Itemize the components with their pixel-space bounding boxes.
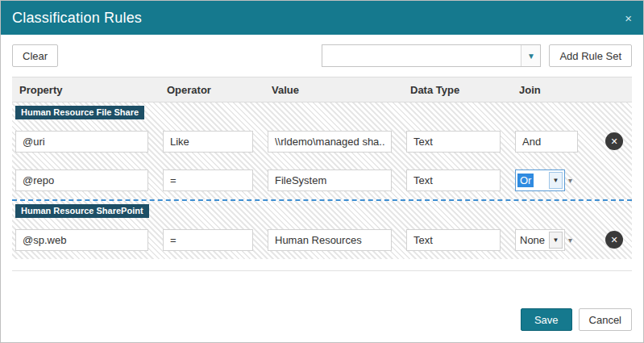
data-type-field[interactable] xyxy=(406,131,501,153)
group-header: Human Resource SharePoint xyxy=(12,201,632,220)
data-type-field[interactable] xyxy=(406,169,501,191)
add-rule-set-button[interactable]: Add Rule Set xyxy=(549,44,632,67)
table-row: None ▼ ▾ ✕ xyxy=(12,220,632,259)
property-field[interactable] xyxy=(15,169,148,191)
group-badge: Human Resource SharePoint xyxy=(15,204,149,218)
delete-circle-icon: ✕ xyxy=(610,235,617,245)
data-type-field[interactable] xyxy=(406,229,501,251)
join-select[interactable]: None ▼ xyxy=(515,229,565,251)
join-selected-value: None xyxy=(516,234,549,246)
rules-table: Property Operator Value Data Type Join H… xyxy=(12,77,632,259)
chevron-down-icon[interactable]: ▼ xyxy=(549,172,563,189)
footer-divider xyxy=(12,270,632,271)
classification-rules-dialog: Classification Rules × Clear ▼ Add Rule … xyxy=(0,0,644,343)
operator-field[interactable] xyxy=(163,229,253,251)
delete-rule-button[interactable]: ✕ xyxy=(605,231,623,249)
delete-circle-icon: ✕ xyxy=(610,136,617,146)
table-header-row: Property Operator Value Data Type Join xyxy=(12,77,632,102)
chevron-down-icon[interactable]: ▾ xyxy=(568,236,572,245)
chevron-down-icon: ▼ xyxy=(527,52,535,61)
chevron-down-icon[interactable]: ▼ xyxy=(549,232,563,249)
rule-group-file-share: Human Resource File Share ✕ xyxy=(12,102,632,199)
value-field[interactable] xyxy=(268,169,392,191)
join-select[interactable]: Or ▼ xyxy=(515,169,565,191)
dialog-title: Classification Rules xyxy=(12,10,142,27)
table-row: Or ▼ ▾ xyxy=(12,161,632,199)
table-row: ✕ xyxy=(12,122,632,161)
group-header: Human Resource File Share xyxy=(12,102,632,122)
chevron-down-icon[interactable]: ▾ xyxy=(568,176,572,185)
property-field[interactable] xyxy=(15,131,148,153)
clear-button[interactable]: Clear xyxy=(12,44,58,67)
column-header-data-type: Data Type xyxy=(403,84,512,96)
column-header-property: Property xyxy=(12,84,160,96)
toolbar: Clear ▼ Add Rule Set xyxy=(12,44,632,67)
column-header-operator: Operator xyxy=(160,84,264,96)
join-selected-value: Or xyxy=(517,174,534,187)
dialog-body: Clear ▼ Add Rule Set Property Operator V… xyxy=(1,35,643,342)
close-icon[interactable]: × xyxy=(625,12,632,24)
group-badge: Human Resource File Share xyxy=(15,106,144,119)
column-header-value: Value xyxy=(264,84,403,96)
save-button[interactable]: Save xyxy=(521,308,572,331)
value-field[interactable] xyxy=(268,229,392,251)
dialog-footer: Save Cancel xyxy=(12,308,632,342)
delete-rule-button[interactable]: ✕ xyxy=(605,132,623,150)
join-field[interactable] xyxy=(515,131,578,153)
value-field[interactable] xyxy=(268,131,392,153)
column-header-join: Join xyxy=(512,84,596,96)
rule-group-sharepoint: Human Resource SharePoint None ▼ ▾ xyxy=(12,201,632,259)
operator-field[interactable] xyxy=(163,169,253,191)
rule-set-input[interactable] xyxy=(322,45,521,66)
property-field[interactable] xyxy=(15,229,148,251)
rule-set-dropdown-button[interactable]: ▼ xyxy=(521,45,540,66)
dialog-titlebar: Classification Rules × xyxy=(1,1,643,35)
cancel-button[interactable]: Cancel xyxy=(579,308,632,331)
rule-set-combobox[interactable]: ▼ xyxy=(322,44,541,67)
operator-field[interactable] xyxy=(163,131,253,153)
